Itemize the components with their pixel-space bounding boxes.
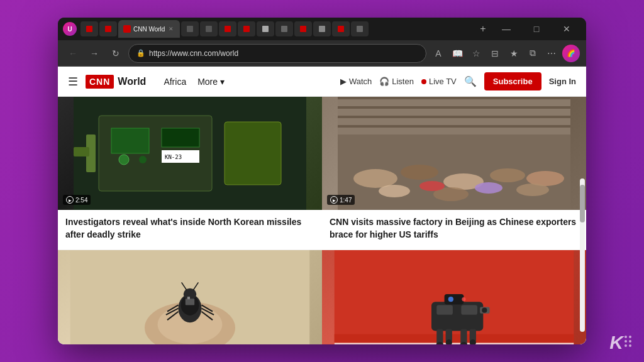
- svg-point-25: [419, 181, 445, 191]
- tab-11[interactable]: [313, 21, 331, 36]
- split-view-button[interactable]: ⊟: [487, 45, 503, 62]
- svg-rect-44: [335, 334, 574, 344]
- svg-rect-6: [225, 122, 281, 185]
- maximize-button[interactable]: □: [522, 19, 551, 39]
- missiles-duration: 2:54: [75, 197, 87, 204]
- nav-listen[interactable]: 🎧 Listen: [379, 77, 414, 86]
- missiles-duration-badge: ▶ 2:54: [63, 195, 91, 205]
- k-dot-2: [629, 336, 631, 338]
- nav-watch[interactable]: ▶ Watch: [340, 77, 372, 86]
- robot-svg: [322, 250, 586, 344]
- news-grid: KN-23 ▶ 2:54 Investigators reveal what's…: [58, 97, 586, 344]
- tab-9[interactable]: [275, 21, 293, 36]
- tab-9-icon: [281, 26, 287, 32]
- svg-rect-41: [186, 299, 194, 305]
- search-icon[interactable]: 🔍: [464, 75, 477, 87]
- factory-headline[interactable]: CNN visits massive factory in Beijing as…: [322, 210, 586, 250]
- news-card-factory[interactable]: ▶ 1:47 CNN visits massive factory in Bei…: [322, 97, 586, 250]
- missiles-headline[interactable]: Investigators reveal what's inside North…: [58, 210, 322, 250]
- nav-africa[interactable]: Africa: [158, 74, 191, 89]
- news-card-missiles[interactable]: KN-23 ▶ 2:54 Investigators reveal what's…: [58, 97, 322, 250]
- tab-1[interactable]: [80, 21, 98, 36]
- extensions-button[interactable]: ⧉: [525, 45, 541, 62]
- url-text: https://www.cnn.com/world: [149, 49, 238, 58]
- k-dot-1: [625, 336, 627, 338]
- k-letter: K: [609, 333, 623, 352]
- tab-13[interactable]: [351, 21, 369, 36]
- back-button[interactable]: ←: [64, 45, 82, 62]
- robot-image: [322, 250, 586, 344]
- tab-8-icon: [262, 26, 269, 32]
- close-button[interactable]: ✕: [552, 19, 581, 39]
- tab-cnn-icon: [123, 25, 131, 33]
- cnn-logo[interactable]: CNN: [86, 75, 114, 89]
- bug-svg: [58, 250, 322, 344]
- svg-rect-14: [338, 106, 570, 109]
- address-bar[interactable]: 🔒 https://www.cnn.com/world: [128, 44, 426, 63]
- watch-label: Watch: [349, 77, 372, 86]
- translate-button[interactable]: A: [430, 45, 447, 62]
- watch-play-icon: ▶: [340, 77, 347, 86]
- tabs-container: CNN World ✕: [80, 20, 474, 38]
- k-dot-row-3: [625, 344, 631, 347]
- tab-12[interactable]: [332, 21, 350, 36]
- svg-rect-48: [436, 305, 453, 315]
- tab-close-btn[interactable]: ✕: [167, 25, 175, 33]
- forward-button[interactable]: →: [86, 45, 103, 62]
- nav-right-section: ▶ Watch 🎧 Listen Live TV 🔍 Subscribe Sig…: [340, 72, 576, 90]
- news-card-bug[interactable]: Loading...: [58, 250, 322, 344]
- scrollbar-thumb[interactable]: [580, 185, 585, 222]
- missiles-image: KN-23 ▶ 2:54: [58, 97, 322, 210]
- svg-rect-58: [445, 294, 464, 304]
- tab-2[interactable]: [99, 21, 117, 36]
- tab-5[interactable]: [200, 21, 218, 36]
- tab-4-icon: [187, 26, 193, 32]
- svg-rect-15: [338, 116, 570, 118]
- tab-7[interactable]: [238, 21, 255, 36]
- desktop: U CNN World ✕ +: [0, 0, 644, 362]
- africa-label: Africa: [164, 77, 186, 87]
- tab-13-icon: [357, 26, 363, 32]
- user-profile-button[interactable]: 🌈: [562, 45, 580, 62]
- bug-image: [58, 250, 322, 344]
- svg-point-22: [379, 185, 410, 197]
- listen-label: Listen: [392, 77, 414, 86]
- more-tools-button[interactable]: ⋯: [543, 45, 560, 62]
- live-dot-icon: [421, 79, 426, 84]
- favorites-button[interactable]: ☆: [468, 45, 484, 62]
- nav-more[interactable]: More ▾: [192, 74, 230, 89]
- add-favorites-button[interactable]: ★: [506, 45, 522, 62]
- svg-point-26: [475, 182, 502, 194]
- minimize-button[interactable]: —: [492, 19, 521, 39]
- nav-section: World: [118, 76, 146, 87]
- nav-live-tv[interactable]: Live TV: [421, 77, 457, 86]
- new-tab-button[interactable]: +: [475, 21, 491, 36]
- missiles-play-icon: ▶: [66, 196, 74, 204]
- svg-point-59: [448, 297, 453, 302]
- refresh-button[interactable]: ↻: [107, 45, 125, 62]
- page-scrollbar[interactable]: [580, 178, 585, 332]
- news-card-robot[interactable]: Loading...: [322, 250, 586, 344]
- signin-link[interactable]: Sign In: [549, 77, 576, 86]
- browser-profile-avatar[interactable]: U: [63, 22, 77, 36]
- tab-6[interactable]: [219, 21, 236, 36]
- read-aloud-button[interactable]: 📖: [449, 45, 465, 62]
- k-brand-logo: K: [609, 333, 631, 352]
- tab-6-icon: [225, 26, 231, 32]
- tab-cnn-world[interactable]: CNN World ✕: [118, 20, 180, 38]
- more-chevron-icon: ▾: [220, 77, 225, 87]
- svg-rect-2: [111, 128, 149, 153]
- hamburger-menu[interactable]: ☰: [68, 75, 78, 89]
- svg-point-62: [482, 308, 487, 313]
- svg-rect-13: [338, 97, 570, 99]
- factory-duration-badge: ▶ 1:47: [327, 195, 355, 205]
- toolbar-icons: A 📖 ☆ ⊟ ★ ⧉ ⋯ 🌈: [430, 45, 580, 62]
- tab-8[interactable]: [257, 21, 274, 36]
- tab-4[interactable]: [181, 21, 199, 36]
- factory-image: ▶ 1:47: [322, 97, 586, 210]
- browser-window: U CNN World ✕ +: [58, 18, 586, 344]
- subscribe-button[interactable]: Subscribe: [484, 72, 541, 90]
- svg-point-20: [490, 168, 525, 182]
- tab-12-icon: [338, 26, 344, 32]
- tab-10[interactable]: [294, 21, 312, 36]
